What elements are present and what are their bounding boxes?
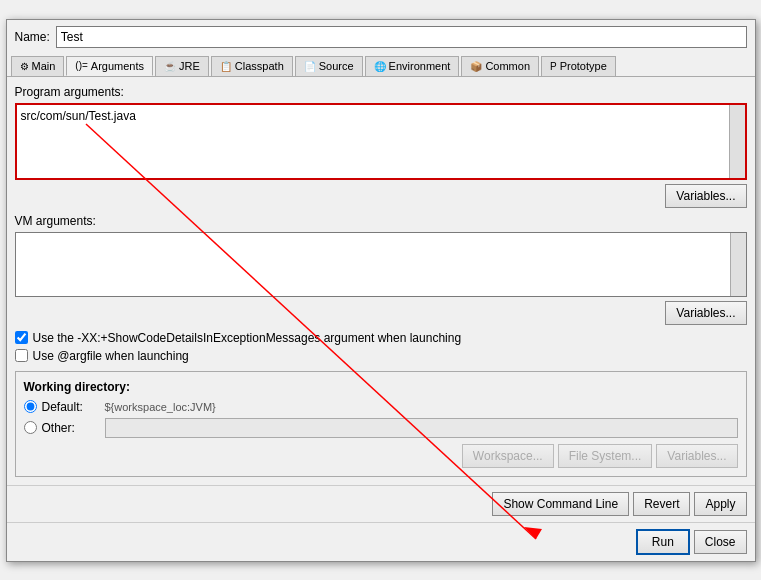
tab-main[interactable]: ⚙ Main bbox=[11, 56, 65, 76]
common-icon: 📦 bbox=[470, 61, 482, 72]
vm-args-label: VM arguments: bbox=[15, 214, 747, 228]
other-dir-label: Other: bbox=[42, 421, 97, 435]
vm-args-container bbox=[15, 232, 747, 297]
working-directory-section: Working directory: Default: ${workspace_… bbox=[15, 371, 747, 477]
close-button[interactable]: Close bbox=[694, 530, 747, 554]
classpath-icon: 📋 bbox=[220, 61, 232, 72]
run-button[interactable]: Run bbox=[636, 529, 690, 555]
jre-icon: ☕ bbox=[164, 61, 176, 72]
prototype-icon: P bbox=[550, 61, 557, 72]
default-dir-value: ${workspace_loc:JVM} bbox=[105, 401, 216, 413]
apply-button[interactable]: Apply bbox=[694, 492, 746, 516]
program-variables-button[interactable]: Variables... bbox=[665, 184, 746, 208]
tab-jre[interactable]: ☕ JRE bbox=[155, 56, 209, 76]
filesystem-button[interactable]: File System... bbox=[558, 444, 653, 468]
other-dir-radio[interactable] bbox=[24, 421, 37, 434]
dir-variables-button[interactable]: Variables... bbox=[656, 444, 737, 468]
program-args-container: src/com/sun/Test.java bbox=[15, 103, 747, 180]
vm-variables-button[interactable]: Variables... bbox=[665, 301, 746, 325]
use-argfile-label: Use @argfile when launching bbox=[33, 349, 189, 363]
other-dir-row: Other: bbox=[24, 418, 738, 438]
tab-bar: ⚙ Main ()= Arguments ☕ JRE 📋 Classpath 📄… bbox=[7, 54, 755, 77]
vm-args-input[interactable] bbox=[16, 233, 730, 293]
tab-environment[interactable]: 🌐 Environment bbox=[365, 56, 460, 76]
program-args-input[interactable]: src/com/sun/Test.java bbox=[17, 105, 729, 175]
other-dir-input[interactable] bbox=[105, 418, 738, 438]
dir-buttons-container: Workspace... File System... Variables... bbox=[24, 444, 738, 468]
use-argfile-row: Use @argfile when launching bbox=[15, 349, 747, 363]
use-argfile-checkbox[interactable] bbox=[15, 349, 28, 362]
default-dir-row: Default: ${workspace_loc:JVM} bbox=[24, 400, 738, 414]
tab-prototype[interactable]: P Prototype bbox=[541, 56, 616, 76]
name-input[interactable] bbox=[56, 26, 747, 48]
show-code-details-label: Use the -XX:+ShowCodeDetailsInExceptionM… bbox=[33, 331, 462, 345]
default-dir-radio[interactable] bbox=[24, 400, 37, 413]
tab-classpath[interactable]: 📋 Classpath bbox=[211, 56, 293, 76]
show-code-details-row: Use the -XX:+ShowCodeDetailsInExceptionM… bbox=[15, 331, 747, 345]
working-dir-title: Working directory: bbox=[24, 380, 738, 394]
arguments-icon: ()= bbox=[75, 60, 88, 71]
default-dir-label: Default: bbox=[42, 400, 97, 414]
action-bar: Show Command Line Revert Apply bbox=[7, 485, 755, 522]
tab-source[interactable]: 📄 Source bbox=[295, 56, 363, 76]
vm-args-scrollbar[interactable] bbox=[730, 233, 746, 296]
source-icon: 📄 bbox=[304, 61, 316, 72]
tab-common[interactable]: 📦 Common bbox=[461, 56, 539, 76]
footer-bar: Run Close bbox=[7, 522, 755, 561]
revert-button[interactable]: Revert bbox=[633, 492, 690, 516]
program-args-scrollbar[interactable] bbox=[729, 105, 745, 178]
workspace-button[interactable]: Workspace... bbox=[462, 444, 554, 468]
tab-arguments[interactable]: ()= Arguments bbox=[66, 56, 153, 76]
program-args-label: Program arguments: bbox=[15, 85, 747, 99]
main-icon: ⚙ bbox=[20, 61, 29, 72]
show-command-line-button[interactable]: Show Command Line bbox=[492, 492, 629, 516]
show-code-details-checkbox[interactable] bbox=[15, 331, 28, 344]
environment-icon: 🌐 bbox=[374, 61, 386, 72]
name-label: Name: bbox=[15, 30, 50, 44]
